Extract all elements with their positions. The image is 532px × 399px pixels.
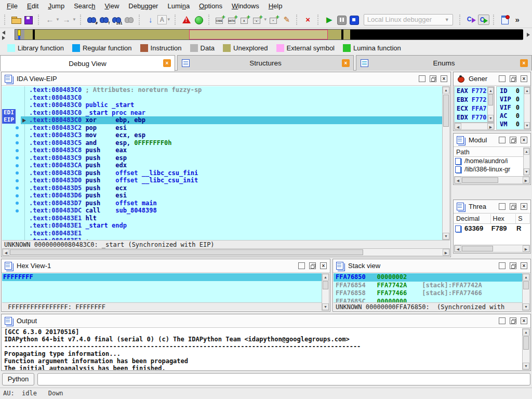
disassembly-line[interactable]: .text:080483DC call sub_8048398 bbox=[2, 207, 442, 215]
scroll-up-icon[interactable]: ▲ bbox=[524, 148, 529, 155]
menu-item-file[interactable]: File bbox=[2, 1, 22, 11]
undefine-icon[interactable]: × bbox=[303, 14, 313, 25]
make-string-icon[interactable]: 's'+ bbox=[252, 15, 263, 24]
modules-restore-button[interactable] bbox=[510, 137, 516, 143]
threads-minimize-button[interactable] bbox=[499, 203, 506, 210]
disassembly-line[interactable]: EIP.text:080483C0 xor ebp, ebp bbox=[2, 116, 442, 124]
disassembly-line[interactable]: .text:080483C0 ; Attributes: noreturn fu… bbox=[2, 86, 442, 94]
scroll-right-icon[interactable]: ▶ bbox=[443, 249, 449, 256]
scroll-down-icon[interactable]: ▼ bbox=[524, 168, 529, 175]
scroll-up-icon[interactable]: ▲ bbox=[524, 87, 530, 94]
scroll-thumb[interactable] bbox=[523, 281, 529, 289]
scroll-thumb[interactable] bbox=[462, 246, 493, 251]
menu-item-options[interactable]: Options bbox=[194, 1, 227, 11]
stop-process-icon[interactable] bbox=[349, 15, 360, 24]
disassembly-line[interactable]: .text:080483D5 push ecx bbox=[2, 184, 442, 192]
disassembly-line[interactable]: .text:080483E1 _start endp bbox=[2, 222, 442, 230]
registers-vscrollbar[interactable]: ▲ ▼ bbox=[487, 87, 494, 122]
scroll-down-icon[interactable]: ▼ bbox=[524, 122, 530, 129]
navband-segment[interactable] bbox=[24, 30, 33, 39]
flag-row-ac[interactable]: AC0 bbox=[497, 112, 524, 120]
menu-item-search[interactable]: Search bbox=[69, 1, 100, 11]
stack-row[interactable]: FFA76850 00000002 bbox=[334, 273, 522, 282]
threads-close-button[interactable] bbox=[521, 203, 527, 210]
chevron-down-icon[interactable]: ▼ bbox=[167, 17, 171, 22]
jump-to-address-icon[interactable]: # bbox=[87, 15, 97, 24]
jump-down-icon[interactable]: ↓ bbox=[145, 14, 156, 25]
scroll-left-icon[interactable]: ◀ bbox=[3, 249, 9, 256]
stack-vscrollbar[interactable]: ▲ ▼ bbox=[522, 273, 530, 311]
navband-segment[interactable] bbox=[35, 30, 189, 39]
threads-hscrollbar[interactable]: ◀ ▶ bbox=[454, 245, 530, 252]
search-binary-icon[interactable]: 101 bbox=[112, 15, 122, 24]
stack-view-close-button[interactable] bbox=[521, 262, 527, 269]
register-row-ebx[interactable]: EBXF772 bbox=[455, 96, 487, 104]
disassembly-line[interactable]: .text:080483E1 bbox=[2, 230, 442, 237]
continue-process-icon[interactable]: ▶ bbox=[324, 14, 335, 25]
output-minimize-button[interactable] bbox=[499, 317, 506, 324]
disassembly-line[interactable]: .text:080483C9 push esp bbox=[2, 154, 442, 162]
python-command-input[interactable] bbox=[37, 373, 530, 385]
hex-dump-area[interactable]: FFFFFFFF bbox=[2, 273, 322, 303]
hex-selected-row[interactable]: FFFFFFFF bbox=[2, 273, 322, 281]
script-snippets-icon[interactable] bbox=[500, 15, 510, 24]
hex-vscrollbar[interactable]: ▲ ▼ bbox=[322, 273, 329, 311]
problems-icon[interactable] bbox=[181, 15, 192, 24]
hex-view-minimize-button[interactable] bbox=[298, 262, 305, 269]
scroll-down-icon[interactable]: ▼ bbox=[443, 233, 449, 240]
output-restore-button[interactable] bbox=[510, 317, 516, 324]
disassembly-line[interactable]: .text:080483C2 pop esi bbox=[2, 124, 442, 132]
scroll-thumb[interactable] bbox=[488, 94, 493, 105]
ida-view-restore-button[interactable] bbox=[430, 75, 436, 82]
rename-icon[interactable]: A bbox=[157, 15, 167, 24]
modules-close-button[interactable] bbox=[521, 137, 527, 143]
hex-view-restore-button[interactable] bbox=[309, 262, 316, 269]
modules-hscrollbar[interactable]: ◀ ▶ bbox=[454, 176, 530, 184]
scroll-right-icon[interactable]: ▶ bbox=[523, 245, 529, 252]
disassembly-hscrollbar[interactable]: ◀ ▶ bbox=[2, 248, 450, 256]
scroll-up-icon[interactable]: ▲ bbox=[322, 274, 329, 281]
navband-segment[interactable] bbox=[20, 30, 24, 39]
open-file-icon[interactable] bbox=[11, 15, 21, 24]
disassembly-line[interactable]: .text:080483CB push offset __libc_csu_fi… bbox=[2, 169, 442, 177]
toolbar-overflow-icon[interactable]: » bbox=[512, 14, 523, 25]
registers-list[interactable]: EAXF772EBXF772ECXFFA7EDXF770 ▲ ▼ bbox=[454, 86, 495, 123]
flags-vscrollbar[interactable]: ▲ ▼ bbox=[524, 87, 530, 129]
disassembly-line[interactable]: .text:080483D0 push offset __libc_csu_in… bbox=[2, 177, 442, 184]
navband-segment[interactable] bbox=[328, 30, 341, 39]
navband-segment[interactable] bbox=[343, 30, 350, 39]
modules-minimize-button[interactable] bbox=[499, 137, 506, 143]
disassembly-line[interactable]: .text:080483C8 push eax bbox=[2, 147, 442, 154]
scroll-up-icon[interactable]: ▲ bbox=[443, 87, 449, 94]
flags-list[interactable]: ID0VIP0VIF0AC0VM0RF1 ▲ ▼ bbox=[496, 86, 531, 130]
flag-row-vip[interactable]: VIP0 bbox=[497, 95, 524, 103]
debugger-combo[interactable]: Local Linux debugger▼ bbox=[364, 14, 453, 25]
scroll-thumb[interactable] bbox=[10, 249, 363, 255]
menu-item-debugger[interactable]: Debugger bbox=[124, 1, 163, 11]
forward-icon[interactable]: → bbox=[61, 14, 72, 25]
output-close-button[interactable] bbox=[521, 317, 527, 324]
analysis-indicator-icon[interactable] bbox=[194, 15, 204, 24]
tab-close-icon[interactable]: × bbox=[342, 59, 350, 67]
stack-view-restore-button[interactable] bbox=[510, 262, 516, 269]
modules-vscrollbar[interactable]: ▲ ▼ bbox=[523, 148, 530, 176]
navband-strip[interactable] bbox=[15, 29, 523, 40]
chevron-down-icon[interactable]: ▼ bbox=[56, 17, 60, 22]
pause-process-icon[interactable] bbox=[337, 15, 347, 24]
menu-item-windows[interactable]: Windows bbox=[227, 1, 264, 11]
make-array-icon[interactable]: *+ bbox=[269, 15, 280, 24]
navigation-band[interactable] bbox=[0, 28, 532, 42]
stack-rows[interactable]: FFA76850 00000002FFA76854 FFA7742A [stac… bbox=[334, 273, 522, 303]
output-log[interactable]: [GCC 6.3.0 20170516]IDAPython 64-bit v7.… bbox=[2, 328, 522, 370]
scroll-down-icon[interactable]: ▼ bbox=[488, 115, 494, 122]
menu-item-help[interactable]: Help bbox=[264, 1, 287, 11]
scroll-thumb[interactable] bbox=[523, 336, 529, 350]
save-file-icon[interactable] bbox=[23, 15, 34, 24]
disassembly-line[interactable]: .text:080483CA push edx bbox=[2, 162, 442, 169]
flag-row-id[interactable]: ID0 bbox=[497, 87, 524, 95]
scroll-thumb[interactable] bbox=[443, 95, 449, 127]
tab-close-icon[interactable]: × bbox=[163, 59, 171, 67]
navband-collapse-right-icon[interactable] bbox=[2, 36, 5, 40]
tab-close-icon[interactable]: × bbox=[520, 59, 528, 67]
disassembly-line[interactable]: EDI.text:080483C0 _start proc near bbox=[2, 109, 442, 117]
